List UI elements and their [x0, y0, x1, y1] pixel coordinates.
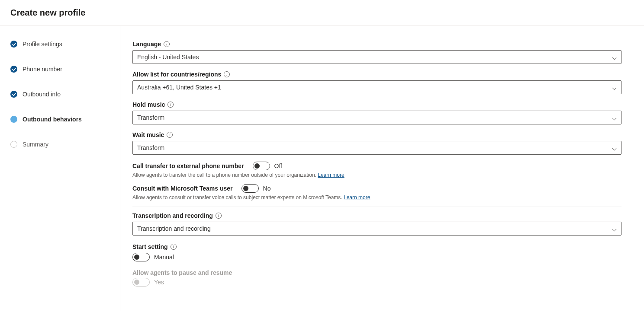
label-wait-music: Wait music — [132, 131, 164, 138]
select-value: Australia +61, United States +1 — [137, 84, 221, 91]
page-header: Create new profile — [0, 0, 644, 26]
step-label: Summary — [23, 141, 48, 148]
select-value: English - United States — [137, 54, 199, 60]
step-label: Phone number — [23, 66, 62, 73]
helptext-consult-teams: Allow agents to consult or transfer voic… — [132, 194, 621, 201]
check-icon — [10, 41, 17, 48]
label-transcription: Transcription and recording — [132, 212, 213, 219]
label-consult-teams: Consult with Microsoft Teams user — [132, 185, 233, 192]
select-hold-music[interactable]: Transform — [132, 111, 621, 124]
field-allow-list: Allow list for countries/regions i Austr… — [132, 71, 621, 94]
label-pause-resume: Allow agents to pause and resume — [132, 269, 621, 276]
toggle-start-setting[interactable] — [132, 253, 150, 261]
check-icon — [10, 66, 17, 73]
field-hold-music: Hold music i Transform — [132, 101, 621, 124]
field-pause-resume: Allow agents to pause and resume Yes — [132, 269, 621, 287]
info-icon[interactable]: i — [171, 244, 177, 250]
toggle-state: Off — [274, 162, 282, 169]
select-wait-music[interactable]: Transform — [132, 141, 621, 155]
label-language: Language — [132, 41, 161, 48]
label-hold-music: Hold music — [132, 101, 165, 108]
label-call-transfer: Call transfer to external phone number — [132, 162, 244, 169]
info-icon[interactable]: i — [164, 41, 170, 47]
layout: Profile settings Phone number Outbound i… — [0, 26, 644, 311]
toggle-call-transfer[interactable] — [253, 162, 270, 170]
info-icon[interactable]: i — [167, 132, 173, 138]
step-summary[interactable]: Summary — [10, 141, 120, 166]
step-profile-settings[interactable]: Profile settings — [10, 41, 120, 66]
select-value: Transcription and recording — [137, 225, 211, 232]
step-label: Outbound info — [23, 91, 61, 98]
toggle-state: Yes — [154, 279, 164, 286]
toggle-state: Manual — [154, 254, 174, 261]
current-step-icon — [10, 116, 17, 123]
label-allow-list: Allow list for countries/regions — [132, 71, 221, 78]
step-outbound-info[interactable]: Outbound info — [10, 91, 120, 116]
field-language: Language i English - United States — [132, 41, 621, 64]
check-icon — [10, 91, 17, 98]
info-icon[interactable]: i — [167, 102, 174, 108]
step-outbound-behaviors[interactable]: Outbound behaviors — [10, 116, 120, 141]
steps-sidebar: Profile settings Phone number Outbound i… — [0, 26, 120, 311]
select-transcription[interactable]: Transcription and recording — [132, 222, 621, 236]
pending-step-icon — [10, 141, 17, 148]
toggle-consult-teams[interactable] — [242, 184, 259, 193]
toggle-pause-resume — [132, 278, 150, 287]
learn-more-link[interactable]: Learn more — [344, 194, 370, 201]
field-start-setting: Start setting i Manual — [132, 243, 621, 261]
select-allow-list[interactable]: Australia +61, United States +1 — [132, 80, 621, 94]
learn-more-link[interactable]: Learn more — [318, 172, 344, 178]
toggle-state: No — [263, 185, 271, 192]
info-icon[interactable]: i — [224, 71, 230, 77]
field-wait-music: Wait music i Transform — [132, 131, 621, 155]
step-label: Profile settings — [23, 41, 62, 48]
select-language[interactable]: English - United States — [132, 50, 621, 64]
select-value: Transform — [137, 114, 164, 121]
field-consult-teams: Consult with Microsoft Teams user No All… — [132, 184, 621, 201]
helptext-call-transfer: Allow agents to transfer the call to a p… — [132, 172, 621, 178]
field-transcription: Transcription and recording i Transcript… — [132, 212, 621, 236]
form-main: Language i English - United States Allow… — [120, 26, 644, 311]
label-start-setting: Start setting — [132, 243, 168, 250]
select-value: Transform — [137, 144, 164, 151]
field-call-transfer: Call transfer to external phone number O… — [132, 162, 621, 178]
step-phone-number[interactable]: Phone number — [10, 66, 120, 91]
step-label: Outbound behaviors — [23, 116, 82, 123]
page-title: Create new profile — [10, 8, 644, 18]
info-icon[interactable]: i — [216, 213, 222, 219]
divider — [132, 207, 621, 207]
